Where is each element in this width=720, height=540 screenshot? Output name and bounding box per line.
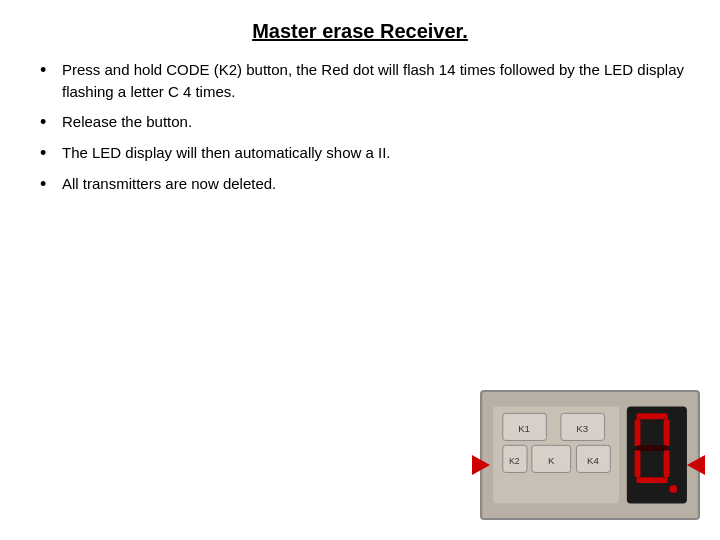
list-item: • Press and hold CODE (K2) button, the R…: [40, 59, 690, 103]
bullet-text-1: Press and hold CODE (K2) button, the Red…: [62, 59, 690, 103]
device-svg: K1 K3 K K2 K4: [482, 392, 698, 518]
page-container: Master erase Receiver. • Press and hold …: [0, 0, 720, 540]
instructions-list: • Press and hold CODE (K2) button, the R…: [30, 59, 690, 197]
svg-rect-14: [635, 419, 641, 446]
svg-rect-18: [664, 450, 670, 477]
right-arrow-icon: [687, 455, 705, 475]
left-arrow-icon: [472, 455, 490, 475]
svg-rect-16: [637, 445, 668, 451]
svg-rect-15: [664, 419, 670, 446]
svg-text:K: K: [548, 455, 555, 466]
bullet-icon: •: [40, 142, 58, 165]
device-panel: K1 K3 K K2 K4: [480, 390, 700, 520]
list-item: • Release the button.: [40, 111, 690, 134]
svg-rect-19: [637, 477, 668, 483]
bullet-text-3: The LED display will then automatically …: [62, 142, 690, 164]
list-item: • All transmitters are now deleted.: [40, 173, 690, 196]
bullet-icon: •: [40, 173, 58, 196]
bullet-text-4: All transmitters are now deleted.: [62, 173, 690, 195]
page-title: Master erase Receiver.: [30, 20, 690, 43]
svg-text:K3: K3: [576, 423, 588, 434]
svg-rect-17: [635, 450, 641, 477]
svg-text:K4: K4: [587, 455, 599, 466]
bullet-text-2: Release the button.: [62, 111, 690, 133]
svg-point-20: [669, 485, 677, 493]
svg-text:K1: K1: [518, 423, 530, 434]
bullet-icon: •: [40, 59, 58, 82]
svg-text:K2: K2: [509, 456, 520, 466]
svg-rect-13: [637, 413, 668, 419]
list-item: • The LED display will then automaticall…: [40, 142, 690, 165]
bullet-icon: •: [40, 111, 58, 134]
